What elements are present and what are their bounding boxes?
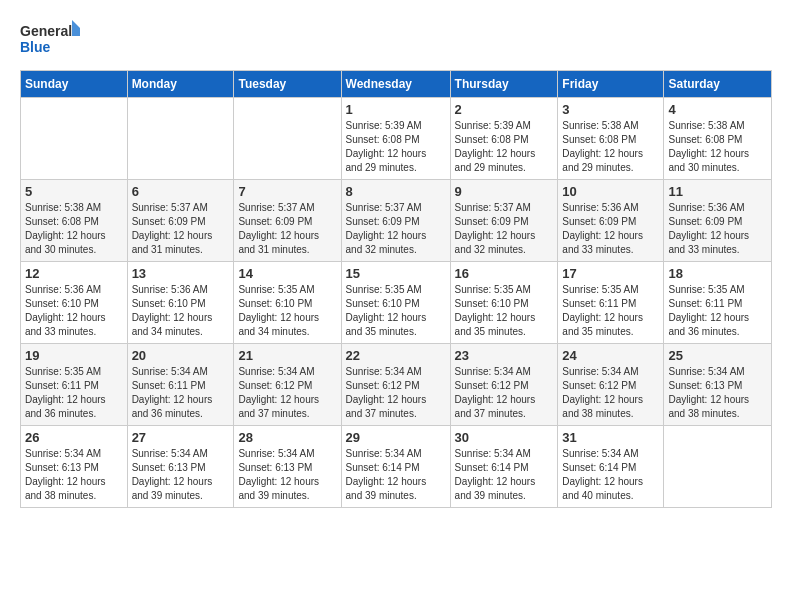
day-info: Sunrise: 5:34 AM Sunset: 6:14 PM Dayligh… xyxy=(455,447,554,503)
day-number: 30 xyxy=(455,430,554,445)
calendar-cell: 13Sunrise: 5:36 AM Sunset: 6:10 PM Dayli… xyxy=(127,262,234,344)
day-number: 24 xyxy=(562,348,659,363)
day-number: 19 xyxy=(25,348,123,363)
calendar-cell: 12Sunrise: 5:36 AM Sunset: 6:10 PM Dayli… xyxy=(21,262,128,344)
day-number: 1 xyxy=(346,102,446,117)
day-info: Sunrise: 5:36 AM Sunset: 6:10 PM Dayligh… xyxy=(25,283,123,339)
calendar-cell: 7Sunrise: 5:37 AM Sunset: 6:09 PM Daylig… xyxy=(234,180,341,262)
day-info: Sunrise: 5:36 AM Sunset: 6:10 PM Dayligh… xyxy=(132,283,230,339)
day-info: Sunrise: 5:35 AM Sunset: 6:10 PM Dayligh… xyxy=(455,283,554,339)
calendar-cell: 26Sunrise: 5:34 AM Sunset: 6:13 PM Dayli… xyxy=(21,426,128,508)
day-info: Sunrise: 5:34 AM Sunset: 6:12 PM Dayligh… xyxy=(346,365,446,421)
day-info: Sunrise: 5:39 AM Sunset: 6:08 PM Dayligh… xyxy=(346,119,446,175)
calendar-cell: 10Sunrise: 5:36 AM Sunset: 6:09 PM Dayli… xyxy=(558,180,664,262)
day-number: 12 xyxy=(25,266,123,281)
calendar-cell xyxy=(664,426,772,508)
day-info: Sunrise: 5:38 AM Sunset: 6:08 PM Dayligh… xyxy=(25,201,123,257)
calendar-cell: 21Sunrise: 5:34 AM Sunset: 6:12 PM Dayli… xyxy=(234,344,341,426)
day-info: Sunrise: 5:34 AM Sunset: 6:14 PM Dayligh… xyxy=(346,447,446,503)
calendar-cell: 17Sunrise: 5:35 AM Sunset: 6:11 PM Dayli… xyxy=(558,262,664,344)
day-info: Sunrise: 5:34 AM Sunset: 6:12 PM Dayligh… xyxy=(238,365,336,421)
calendar-cell xyxy=(21,98,128,180)
day-info: Sunrise: 5:35 AM Sunset: 6:10 PM Dayligh… xyxy=(238,283,336,339)
day-info: Sunrise: 5:38 AM Sunset: 6:08 PM Dayligh… xyxy=(562,119,659,175)
calendar-cell: 11Sunrise: 5:36 AM Sunset: 6:09 PM Dayli… xyxy=(664,180,772,262)
day-number: 25 xyxy=(668,348,767,363)
week-row-4: 19Sunrise: 5:35 AM Sunset: 6:11 PM Dayli… xyxy=(21,344,772,426)
calendar-cell: 5Sunrise: 5:38 AM Sunset: 6:08 PM Daylig… xyxy=(21,180,128,262)
day-info: Sunrise: 5:35 AM Sunset: 6:10 PM Dayligh… xyxy=(346,283,446,339)
week-row-2: 5Sunrise: 5:38 AM Sunset: 6:08 PM Daylig… xyxy=(21,180,772,262)
day-info: Sunrise: 5:34 AM Sunset: 6:12 PM Dayligh… xyxy=(455,365,554,421)
day-number: 4 xyxy=(668,102,767,117)
day-number: 6 xyxy=(132,184,230,199)
calendar-cell xyxy=(234,98,341,180)
calendar-cell: 3Sunrise: 5:38 AM Sunset: 6:08 PM Daylig… xyxy=(558,98,664,180)
day-number: 10 xyxy=(562,184,659,199)
calendar-cell: 14Sunrise: 5:35 AM Sunset: 6:10 PM Dayli… xyxy=(234,262,341,344)
day-info: Sunrise: 5:34 AM Sunset: 6:13 PM Dayligh… xyxy=(25,447,123,503)
calendar-cell: 15Sunrise: 5:35 AM Sunset: 6:10 PM Dayli… xyxy=(341,262,450,344)
day-info: Sunrise: 5:34 AM Sunset: 6:12 PM Dayligh… xyxy=(562,365,659,421)
day-info: Sunrise: 5:38 AM Sunset: 6:08 PM Dayligh… xyxy=(668,119,767,175)
day-number: 7 xyxy=(238,184,336,199)
day-number: 2 xyxy=(455,102,554,117)
day-number: 26 xyxy=(25,430,123,445)
day-info: Sunrise: 5:37 AM Sunset: 6:09 PM Dayligh… xyxy=(455,201,554,257)
day-number: 16 xyxy=(455,266,554,281)
calendar-cell xyxy=(127,98,234,180)
calendar-cell: 19Sunrise: 5:35 AM Sunset: 6:11 PM Dayli… xyxy=(21,344,128,426)
calendar-cell: 20Sunrise: 5:34 AM Sunset: 6:11 PM Dayli… xyxy=(127,344,234,426)
day-number: 5 xyxy=(25,184,123,199)
day-number: 20 xyxy=(132,348,230,363)
logo: General Blue xyxy=(20,20,80,60)
day-number: 21 xyxy=(238,348,336,363)
calendar-cell: 30Sunrise: 5:34 AM Sunset: 6:14 PM Dayli… xyxy=(450,426,558,508)
calendar-cell: 8Sunrise: 5:37 AM Sunset: 6:09 PM Daylig… xyxy=(341,180,450,262)
calendar-cell: 25Sunrise: 5:34 AM Sunset: 6:13 PM Dayli… xyxy=(664,344,772,426)
day-info: Sunrise: 5:36 AM Sunset: 6:09 PM Dayligh… xyxy=(668,201,767,257)
calendar-cell: 24Sunrise: 5:34 AM Sunset: 6:12 PM Dayli… xyxy=(558,344,664,426)
calendar-cell: 18Sunrise: 5:35 AM Sunset: 6:11 PM Dayli… xyxy=(664,262,772,344)
svg-text:General: General xyxy=(20,23,72,39)
day-number: 13 xyxy=(132,266,230,281)
week-row-5: 26Sunrise: 5:34 AM Sunset: 6:13 PM Dayli… xyxy=(21,426,772,508)
day-number: 8 xyxy=(346,184,446,199)
day-info: Sunrise: 5:34 AM Sunset: 6:13 PM Dayligh… xyxy=(668,365,767,421)
day-number: 23 xyxy=(455,348,554,363)
week-row-3: 12Sunrise: 5:36 AM Sunset: 6:10 PM Dayli… xyxy=(21,262,772,344)
calendar-cell: 31Sunrise: 5:34 AM Sunset: 6:14 PM Dayli… xyxy=(558,426,664,508)
calendar-cell: 23Sunrise: 5:34 AM Sunset: 6:12 PM Dayli… xyxy=(450,344,558,426)
day-number: 11 xyxy=(668,184,767,199)
weekday-header-saturday: Saturday xyxy=(664,71,772,98)
day-info: Sunrise: 5:34 AM Sunset: 6:14 PM Dayligh… xyxy=(562,447,659,503)
calendar-cell: 16Sunrise: 5:35 AM Sunset: 6:10 PM Dayli… xyxy=(450,262,558,344)
weekday-header-sunday: Sunday xyxy=(21,71,128,98)
day-number: 15 xyxy=(346,266,446,281)
calendar-cell: 28Sunrise: 5:34 AM Sunset: 6:13 PM Dayli… xyxy=(234,426,341,508)
day-info: Sunrise: 5:34 AM Sunset: 6:11 PM Dayligh… xyxy=(132,365,230,421)
day-number: 27 xyxy=(132,430,230,445)
calendar-cell: 4Sunrise: 5:38 AM Sunset: 6:08 PM Daylig… xyxy=(664,98,772,180)
day-info: Sunrise: 5:35 AM Sunset: 6:11 PM Dayligh… xyxy=(25,365,123,421)
page-header: General Blue xyxy=(20,20,772,60)
day-number: 17 xyxy=(562,266,659,281)
calendar-cell: 29Sunrise: 5:34 AM Sunset: 6:14 PM Dayli… xyxy=(341,426,450,508)
calendar-cell: 27Sunrise: 5:34 AM Sunset: 6:13 PM Dayli… xyxy=(127,426,234,508)
day-number: 3 xyxy=(562,102,659,117)
calendar-table: SundayMondayTuesdayWednesdayThursdayFrid… xyxy=(20,70,772,508)
day-info: Sunrise: 5:37 AM Sunset: 6:09 PM Dayligh… xyxy=(346,201,446,257)
weekday-header-friday: Friday xyxy=(558,71,664,98)
day-number: 14 xyxy=(238,266,336,281)
day-info: Sunrise: 5:35 AM Sunset: 6:11 PM Dayligh… xyxy=(668,283,767,339)
week-row-1: 1Sunrise: 5:39 AM Sunset: 6:08 PM Daylig… xyxy=(21,98,772,180)
day-number: 18 xyxy=(668,266,767,281)
calendar-cell: 2Sunrise: 5:39 AM Sunset: 6:08 PM Daylig… xyxy=(450,98,558,180)
day-number: 22 xyxy=(346,348,446,363)
weekday-header-row: SundayMondayTuesdayWednesdayThursdayFrid… xyxy=(21,71,772,98)
day-number: 9 xyxy=(455,184,554,199)
svg-marker-3 xyxy=(72,20,80,36)
calendar-cell: 1Sunrise: 5:39 AM Sunset: 6:08 PM Daylig… xyxy=(341,98,450,180)
logo-svg: General Blue xyxy=(20,20,80,60)
day-info: Sunrise: 5:34 AM Sunset: 6:13 PM Dayligh… xyxy=(132,447,230,503)
